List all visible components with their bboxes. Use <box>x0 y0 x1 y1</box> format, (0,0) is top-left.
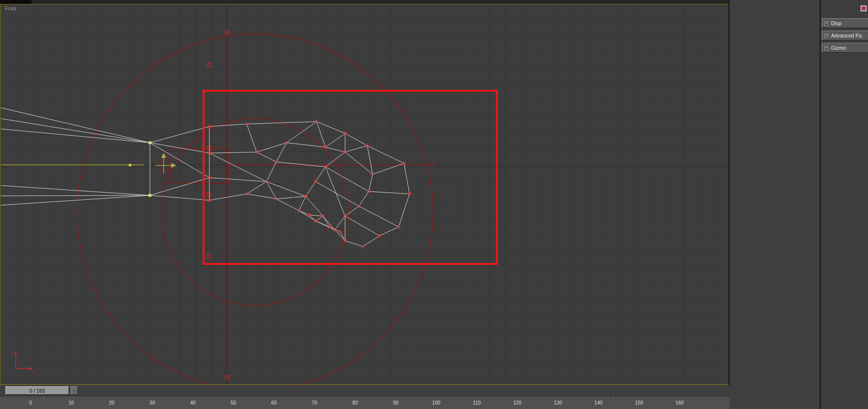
plus-icon: + <box>824 21 829 26</box>
ruler-tick-label: 100 <box>432 400 441 406</box>
secondary-panel-column <box>821 0 868 409</box>
ruler-tick-label: 80 <box>352 400 358 406</box>
rollout-gizmo[interactable]: + Gizmo <box>822 43 868 53</box>
next-frame-icon: › <box>73 388 75 393</box>
plus-icon: + <box>824 34 829 38</box>
ruler-tick-label: 30 <box>149 400 155 406</box>
top-strip-fragment <box>0 0 32 4</box>
next-frame-nub[interactable]: › <box>70 386 78 395</box>
ruler-tick-label: 40 <box>190 400 196 406</box>
rollout-label: Gizmo <box>831 45 846 51</box>
ruler-tick-label: 0 <box>29 400 32 406</box>
ruler-tick-label: 50 <box>231 400 236 406</box>
axis-tripod-icon: y x <box>11 351 35 373</box>
viewport-canvas: y x <box>0 4 729 384</box>
ruler-tick-label: 20 <box>109 400 114 406</box>
world-axis-lines <box>1 4 729 384</box>
rollout-display[interactable]: + Disp <box>822 18 868 28</box>
command-panel: PA GhostReconBones Modifier List ▼ UVW M… <box>729 0 820 409</box>
time-slider-row: 0 / 165 › <box>0 385 729 395</box>
ruler-tick-label: 150 <box>635 400 643 406</box>
time-slider-button[interactable]: 0 / 165 <box>5 386 69 395</box>
ruler-tick-label: 160 <box>675 400 684 406</box>
svg-text:x: x <box>33 369 35 373</box>
front-viewport[interactable]: y x Front <box>0 4 729 385</box>
rollout-label: Advanced Pa <box>831 33 862 38</box>
mesh-vertex-squares[interactable] <box>208 120 411 248</box>
application-window: y x Front PA GhostReconBones <box>0 0 868 409</box>
transform-gizmo-icon[interactable] <box>155 153 175 174</box>
track-bar[interactable]: 0102030405060708090100110120130140150160 <box>0 396 729 409</box>
envelope-handle-squares[interactable] <box>207 30 229 379</box>
ruler-tick-label: 130 <box>554 400 562 406</box>
ruler-tick-label: 140 <box>594 400 603 406</box>
ruler-tick-label: 110 <box>473 400 481 406</box>
rollout-advanced-parameters[interactable]: + Advanced Pa <box>822 31 868 40</box>
ruler-tick-label: 60 <box>271 400 277 406</box>
rollout-label: Disp <box>831 20 841 26</box>
skin-envelope-circles <box>77 32 437 384</box>
ruler-tick-label: 120 <box>513 400 521 406</box>
hand-wireframe-mesh <box>1 108 410 246</box>
svg-text:y: y <box>11 351 13 356</box>
top-strip <box>0 0 729 4</box>
viewport-label[interactable]: Front <box>5 6 16 11</box>
ruler-tick-label: 70 <box>312 400 317 406</box>
selected-bone-yellow <box>1 141 151 197</box>
ruler-tick-label: 90 <box>393 400 398 406</box>
red-glyph-icon <box>862 6 866 10</box>
ruler-tick-label: 10 <box>69 400 74 406</box>
plus-icon: + <box>824 46 829 50</box>
toolbar-fragment-icon <box>860 5 867 12</box>
